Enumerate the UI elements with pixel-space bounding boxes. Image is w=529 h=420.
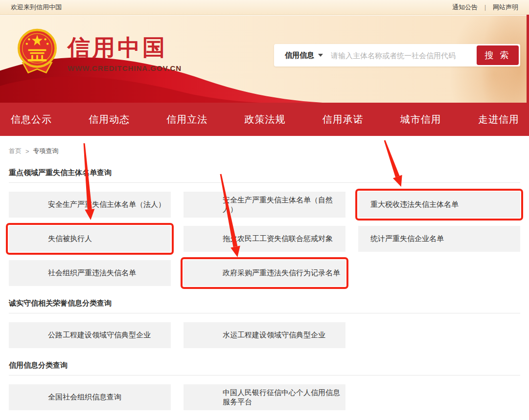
query-item-major-tax-violation[interactable]: 重大税收违法失信主体名单 bbox=[358, 192, 520, 218]
query-grid-honor-info: 公路工程建设领域守信典型企业 水运工程建设领域守信典型企业 bbox=[9, 322, 520, 348]
top-utility-bar: 欢迎来到信用中国 通知公告 | 网站声明 bbox=[0, 0, 529, 15]
nav-item-credit-commitment[interactable]: 信用承诺 bbox=[322, 113, 364, 126]
nav-item-about-credit[interactable]: 走进信用 bbox=[478, 113, 519, 126]
query-item-waterway-engineering-trustworthy[interactable]: 水运工程建设领域守信典型企业 bbox=[184, 322, 345, 348]
credit-china-page: 欢迎来到信用中国 通知公告 | 网站声明 bbox=[0, 0, 529, 420]
query-item-safety-production-legal-person[interactable]: 安全生产严重失信主体名单（法人） bbox=[9, 192, 171, 218]
query-item-highway-engineering-trustworthy[interactable]: 公路工程建设领域守信典型企业 bbox=[9, 322, 171, 348]
query-item-gov-procurement-violation[interactable]: 政府采购严重违法失信行为记录名单 bbox=[184, 260, 345, 286]
query-item-social-org-serious-violation[interactable]: 社会组织严重违法失信名单 bbox=[9, 260, 171, 286]
query-item-dishonest-judgment-debtor[interactable]: 失信被执行人 bbox=[9, 226, 171, 252]
notice-link[interactable]: 通知公告 bbox=[452, 3, 478, 12]
query-grid-key-areas: 安全生产严重失信主体名单（法人） 安全生产严重失信主体名单（自然人） 重大税收违… bbox=[9, 192, 520, 286]
breadcrumb: 首页 > 专项查询 bbox=[9, 136, 520, 155]
search-button[interactable]: 搜 索 bbox=[477, 45, 519, 65]
section-divider bbox=[9, 375, 520, 376]
section-divider bbox=[9, 182, 520, 183]
nav-item-credit-legislation[interactable]: 信用立法 bbox=[166, 113, 207, 126]
breadcrumb-home[interactable]: 首页 bbox=[9, 147, 22, 155]
nav-item-info-publicity[interactable]: 信息公示 bbox=[11, 113, 52, 126]
query-item-migrant-worker-wage-arrears[interactable]: 拖欠农民工工资失信联合惩戒对象 bbox=[184, 226, 345, 252]
main-nav: 信息公示 信用动态 信用立法 政策法规 信用承诺 城市信用 走进信用 bbox=[0, 103, 529, 136]
query-item-statistics-serious-dishonesty[interactable]: 统计严重失信企业名单 bbox=[358, 226, 520, 252]
site-url: WWW.CREDITCHINA.GOV.CN bbox=[68, 64, 182, 72]
search-category-dropdown[interactable]: 信用信息 bbox=[274, 51, 330, 60]
main-content: 首页 > 专项查询 重点领域严重失信主体名单查询 安全生产严重失信主体名单（法人… bbox=[0, 136, 529, 410]
welcome-text: 欢迎来到信用中国 bbox=[11, 3, 62, 12]
section-title-credit-info: 信用信息分类查询 bbox=[9, 361, 520, 370]
search-category-label: 信用信息 bbox=[285, 51, 314, 60]
section-title-honor-info: 诚实守信相关荣誉信息分类查询 bbox=[9, 299, 520, 308]
query-item-national-social-org-query[interactable]: 全国社会组织信息查询 bbox=[9, 384, 171, 410]
nav-item-policy-regulations[interactable]: 政策法规 bbox=[244, 113, 285, 126]
breadcrumb-separator: > bbox=[25, 148, 29, 155]
right-edge-red-strip bbox=[527, 15, 529, 138]
site-title: 信用中国 bbox=[68, 35, 182, 60]
query-grid-credit-info: 全国社会组织信息查询 中国人民银行征信中心个人信用信息服务平台 bbox=[9, 384, 520, 410]
site-header-banner: 信用中国 WWW.CREDITCHINA.GOV.CN 信用信息 搜 索 bbox=[0, 16, 529, 103]
search-bar: 信用信息 搜 索 bbox=[274, 44, 520, 66]
chevron-down-icon bbox=[318, 54, 323, 57]
query-item-safety-production-natural-person[interactable]: 安全生产严重失信主体名单（自然人） bbox=[184, 192, 345, 218]
breadcrumb-current: 专项查询 bbox=[33, 147, 59, 155]
nav-item-credit-news[interactable]: 信用动态 bbox=[89, 113, 130, 126]
query-item-pboc-credit-center-platform[interactable]: 中国人民银行征信中心个人信用信息服务平台 bbox=[184, 384, 345, 410]
search-input[interactable] bbox=[330, 51, 477, 60]
site-statement-link[interactable]: 网站声明 bbox=[493, 3, 518, 12]
china-national-emblem-icon bbox=[15, 27, 60, 78]
section-divider bbox=[9, 313, 520, 313]
logo-text-block: 信用中国 WWW.CREDITCHINA.GOV.CN bbox=[68, 27, 182, 72]
section-title-key-areas: 重点领域严重失信主体名单查询 bbox=[9, 168, 520, 177]
site-logo[interactable]: 信用中国 WWW.CREDITCHINA.GOV.CN bbox=[15, 27, 182, 78]
topbar-separator: | bbox=[484, 4, 486, 11]
nav-item-city-credit[interactable]: 城市信用 bbox=[400, 113, 441, 126]
